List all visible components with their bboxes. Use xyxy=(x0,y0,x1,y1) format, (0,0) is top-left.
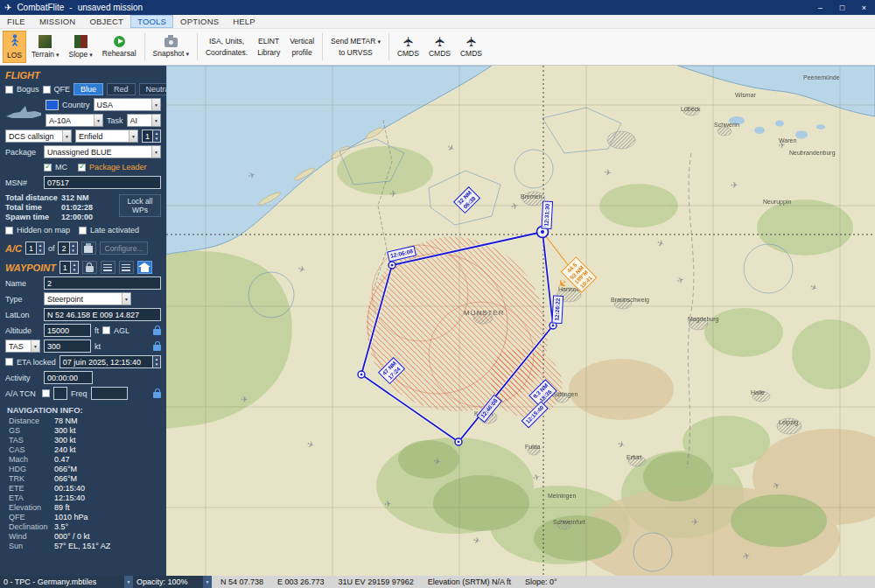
msn-field[interactable]: 07517 xyxy=(44,176,161,189)
waypoint-home-button[interactable] xyxy=(137,261,152,274)
altitude-field[interactable]: 15000 xyxy=(44,324,91,337)
aircraft-type-select[interactable]: A-10A xyxy=(46,114,103,127)
altitude-lock-icon[interactable] xyxy=(153,329,161,335)
coalition-blue-button[interactable]: Blue xyxy=(74,83,103,95)
route-leg-label[interactable]: 12:26:22 xyxy=(551,295,563,324)
terrain-button[interactable]: Terrain xyxy=(27,31,64,63)
activity-field[interactable]: 00:00:00 xyxy=(44,371,93,384)
msn-label: MSN# xyxy=(5,178,40,187)
callsign-number-stepper[interactable]: 1 xyxy=(142,130,161,143)
configure-button[interactable]: Configure... xyxy=(100,242,149,255)
maximize-button[interactable]: □ xyxy=(831,0,853,15)
map-canvas[interactable]: ✈ ✈ ✈ ✈ ✈ ✈ ✈ ✈ ✈ ✈ ✈ ✈ ✈ ✈ ✈ ✈ ✈ ✈ ✈ ✈ xyxy=(166,66,875,576)
qfe-checkbox[interactable] xyxy=(43,86,51,94)
tcn-lock-icon[interactable] xyxy=(153,392,161,398)
close-button[interactable]: × xyxy=(853,0,875,15)
clone-flight-button[interactable] xyxy=(81,242,96,255)
waypoint-sort-button[interactable] xyxy=(101,261,116,274)
menu-object[interactable]: OBJECT xyxy=(82,15,130,28)
send-metar-button[interactable]: Send METAR to URVSS xyxy=(326,31,385,63)
vertical-profile-button[interactable]: Vertical profile xyxy=(285,31,318,63)
camera-icon xyxy=(164,38,178,47)
nav-tas: 300 kt xyxy=(54,436,76,444)
bogus-checkbox[interactable] xyxy=(5,86,13,94)
ac-count-stepper[interactable]: 2 xyxy=(58,242,77,255)
toolbar-separator xyxy=(197,33,198,60)
opacity-selector[interactable]: Opacity: 100% xyxy=(133,576,212,588)
waypoint-name-field[interactable]: 2 xyxy=(44,276,161,290)
activity-label: Activity xyxy=(5,374,40,382)
latlon-field[interactable]: N 52 46.158 E 009 14.827 xyxy=(44,308,161,321)
speed-type-select[interactable]: TAS xyxy=(5,340,40,353)
slope-button[interactable]: Slope xyxy=(65,31,97,63)
los-label: LOS xyxy=(7,51,22,60)
cursor-lon: E 003 26.773 xyxy=(277,578,325,586)
map-source-selector[interactable]: 0 - TPC - Germany.mbtiles xyxy=(0,576,133,588)
mc-checkbox[interactable] xyxy=(44,164,52,172)
lock-all-wps-button[interactable]: Lock all WPs xyxy=(119,194,161,217)
waypoint-number-stepper[interactable]: 1 xyxy=(60,261,79,274)
route-leg-label[interactable]: 12:31:30 xyxy=(541,200,552,229)
speed-lock-icon[interactable] xyxy=(153,345,161,351)
cmds-button-2[interactable]: ✈ CMDS xyxy=(424,31,455,63)
late-activated-checkbox[interactable] xyxy=(79,227,87,234)
speed-field[interactable]: 300 xyxy=(44,340,91,353)
isa-units-coordinates-button[interactable]: ISA, Units, Coordinates. xyxy=(201,31,252,63)
nav-hdg: 066°M xyxy=(54,465,77,473)
elint-library-button[interactable]: ELINT Library xyxy=(253,31,284,63)
callsign-select[interactable]: Enfield xyxy=(75,130,138,143)
copy-icon xyxy=(84,246,93,253)
menu-options[interactable]: OPTIONS xyxy=(173,15,226,28)
coalition-neutral-button[interactable]: Neutral xyxy=(139,83,166,95)
cmds-button-3[interactable]: ✈ CMDS xyxy=(456,31,486,63)
waypoint-type-select[interactable]: Steerpoint xyxy=(44,292,131,305)
toolbar: LOS Terrain Slope Rehearsal Snapshot ISA… xyxy=(0,29,875,66)
map-city-label: Peenemünde xyxy=(803,74,840,80)
country-label: Country xyxy=(62,101,90,109)
menu-mission[interactable]: MISSION xyxy=(32,15,83,28)
map-city-label: Schweinfurt xyxy=(553,519,585,525)
eta-locked-checkbox[interactable] xyxy=(5,358,13,366)
hidden-on-map-label: Hidden on map xyxy=(17,226,70,234)
package-select[interactable]: Unassigned BLUE xyxy=(44,145,161,158)
freq-field[interactable] xyxy=(91,387,128,400)
flight-panel: FLIGHT Bogus QFE Blue Red Neutral Countr… xyxy=(0,66,166,576)
lock-icon xyxy=(86,266,94,272)
aa-tcn-checkbox[interactable] xyxy=(42,389,50,397)
menu-help[interactable]: HELP xyxy=(226,15,262,28)
coalition-red-button[interactable]: Red xyxy=(107,83,136,95)
waypoint-lock-button[interactable] xyxy=(82,261,97,274)
bogus-label: Bogus xyxy=(17,85,39,94)
nav-sun: 57° EL, 151° AZ xyxy=(54,542,110,550)
los-icon xyxy=(10,34,19,48)
map-city-label: Erfurt xyxy=(626,454,641,460)
map-city-label: Fulda xyxy=(525,444,541,450)
task-select[interactable]: AI xyxy=(127,114,161,127)
latlon-label: LatLon xyxy=(5,311,40,319)
agl-checkbox[interactable] xyxy=(102,326,110,334)
rehearsal-button[interactable]: Rehearsal xyxy=(98,31,141,63)
callsign-system-select[interactable]: DCS callsign xyxy=(5,130,72,143)
snapshot-button[interactable]: Snapshot xyxy=(149,31,193,63)
map-city-label: Leipzig xyxy=(779,419,798,425)
map-city-label: MÜNSTER xyxy=(464,309,505,317)
terrain-icon xyxy=(38,35,52,48)
ac-number-stepper[interactable]: 1 xyxy=(25,242,45,255)
country-select[interactable]: USA xyxy=(94,98,161,111)
los-button[interactable]: LOS xyxy=(3,31,26,63)
menu-tools[interactable]: TOOLS xyxy=(130,15,173,28)
flight-color-swatch[interactable] xyxy=(46,100,59,110)
minimize-button[interactable]: – xyxy=(809,0,831,15)
eta-datetime-field[interactable]: 07 juin 2025, 12:15:40 xyxy=(60,355,161,368)
menu-file[interactable]: FILE xyxy=(0,15,32,28)
waypoint-list-button[interactable] xyxy=(119,261,134,274)
cmds-button-1[interactable]: ✈ CMDS xyxy=(393,31,424,63)
hidden-on-map-checkbox[interactable] xyxy=(5,227,13,234)
chevron-down-icon xyxy=(56,50,60,59)
package-leader-checkbox[interactable] xyxy=(78,164,86,172)
late-activated-label: Late activated xyxy=(90,226,139,234)
title-bar[interactable]: ✈ CombatFlite - unsaved mission – □ × xyxy=(0,0,875,15)
metar-label-2: to URVSS xyxy=(339,48,373,57)
tcn-channel-field[interactable] xyxy=(53,387,67,400)
map-chart: ✈ ✈ ✈ ✈ ✈ ✈ ✈ ✈ ✈ ✈ ✈ ✈ ✈ ✈ ✈ ✈ ✈ ✈ ✈ ✈ xyxy=(166,66,875,576)
